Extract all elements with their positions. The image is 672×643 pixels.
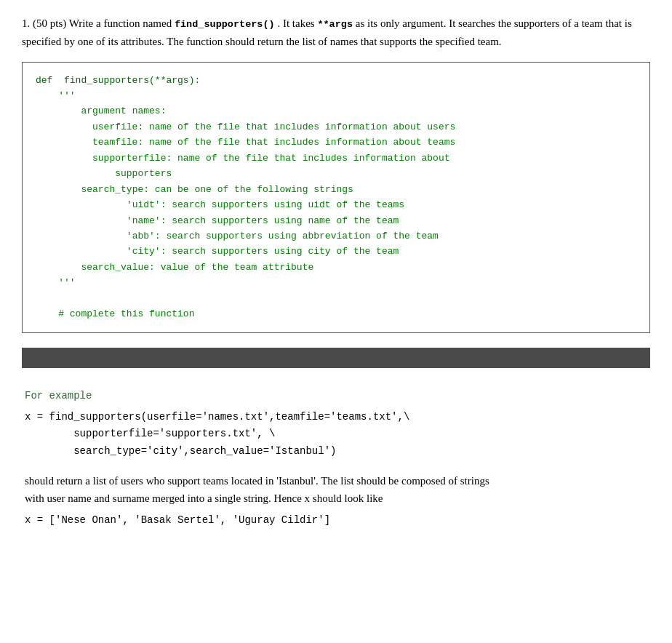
example-code-line3: search_type='city',search_value='Istanbu… bbox=[25, 443, 647, 460]
example-code-line2: supporterfile='supporters.txt', \ bbox=[25, 426, 647, 443]
args-param: **args bbox=[317, 19, 353, 30]
city-line: 'city': search supporters using city of … bbox=[36, 244, 636, 259]
question-number: 1. bbox=[22, 17, 30, 29]
docstring-open: ''' bbox=[36, 88, 636, 103]
supporterfile-line2: supporters bbox=[36, 166, 636, 181]
teamfile-line: teamfile: name of the file that includes… bbox=[36, 135, 636, 150]
page: 1. (50 pts) Write a function named find_… bbox=[0, 0, 672, 548]
comment-line: # complete this function bbox=[36, 306, 636, 322]
example-code-line1: x = find_supporters(userfile='names.txt'… bbox=[25, 409, 647, 426]
userfile-line: userfile: name of the file that includes… bbox=[36, 119, 636, 135]
question-desc2: . It takes bbox=[277, 17, 314, 29]
name-line: 'name': search supporters using name of … bbox=[36, 213, 636, 228]
abb-line: 'abb': search supporters using abbreviat… bbox=[36, 228, 636, 244]
searchtype-line: search_type: can be one of the following… bbox=[36, 182, 636, 197]
code-box: def find_supporters(**args): ''' argumen… bbox=[22, 62, 650, 333]
supporterfile-line1: supporterfile: name of the file that inc… bbox=[36, 151, 636, 166]
result-code: x = ['Nese Onan', 'Basak Sertel', 'Ugura… bbox=[25, 514, 647, 526]
question-block: 1. (50 pts) Write a function named find_… bbox=[22, 15, 650, 333]
example-text-line1: should return a list of users who suppor… bbox=[25, 475, 489, 487]
section-divider bbox=[22, 348, 650, 368]
question-desc1: Write a function named bbox=[69, 17, 172, 29]
def-line: def find_supporters(**args): bbox=[36, 73, 636, 88]
example-code-block: x = find_supporters(userfile='names.txt'… bbox=[25, 409, 647, 460]
question-points: (50 pts) bbox=[33, 17, 66, 29]
uidt-line: 'uidt': search supporters using uidt of … bbox=[36, 197, 636, 212]
blank-line bbox=[36, 291, 636, 306]
arg-names-label: argument names: bbox=[36, 103, 636, 119]
function-name: find_supporters() bbox=[175, 19, 275, 30]
docstring-close: ''' bbox=[36, 275, 636, 290]
example-text-line2: with user name and surname merged into a… bbox=[25, 492, 383, 504]
for-example-label: For example bbox=[25, 390, 647, 402]
searchvalue-line: search_value: value of the team attribut… bbox=[36, 260, 636, 275]
example-description: should return a list of users who suppor… bbox=[25, 472, 647, 507]
question-text: 1. (50 pts) Write a function named find_… bbox=[22, 15, 650, 50]
example-section: For example x = find_supporters(userfile… bbox=[22, 390, 650, 526]
